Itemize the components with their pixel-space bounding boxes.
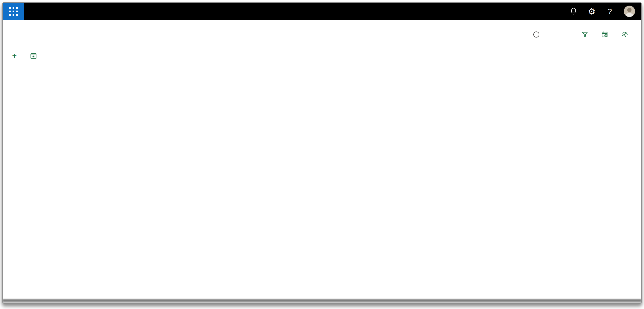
app-window: ⚙ ? xyxy=(2,2,642,304)
screenshot-stage: ⚙ ? xyxy=(0,0,644,309)
gantt-chart xyxy=(3,3,641,303)
window-bottom-shadow xyxy=(3,299,641,303)
